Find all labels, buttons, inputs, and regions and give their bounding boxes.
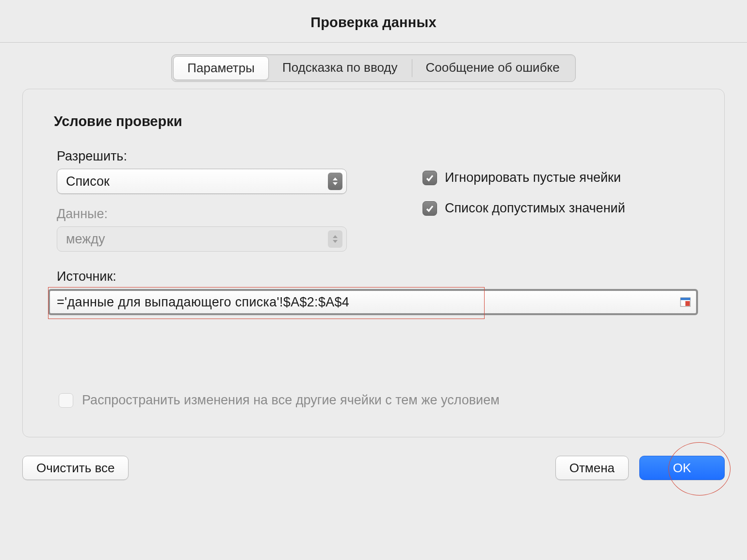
cancel-label: Отмена	[569, 461, 615, 476]
section-title: Условие проверки	[54, 113, 693, 129]
allow-label: Разрешить:	[57, 149, 364, 164]
data-select: между	[57, 226, 347, 252]
updown-icon	[328, 173, 342, 190]
svg-rect-2	[685, 301, 690, 306]
cancel-button[interactable]: Отмена	[555, 456, 629, 480]
ok-label: OK	[673, 461, 691, 476]
allow-select-value: Список	[66, 174, 110, 189]
propagate-checkbox	[59, 393, 73, 408]
source-input[interactable]: ='данные для выпадающего списка'!$A$2:$A…	[48, 289, 698, 315]
tab-input-hint-label: Подсказка по вводу	[282, 60, 398, 75]
propagate-label: Распространить изменения на все другие я…	[82, 393, 500, 408]
svg-rect-1	[681, 298, 690, 300]
clear-all-button[interactable]: Очистить все	[22, 456, 129, 480]
tab-parameters-label: Параметры	[187, 61, 255, 75]
tab-error-message[interactable]: Сообщение об ошибке	[412, 56, 574, 80]
ignore-empty-checkbox[interactable]	[422, 171, 437, 185]
tab-parameters[interactable]: Параметры	[173, 56, 269, 80]
range-picker-icon[interactable]	[680, 297, 691, 307]
tab-input-hint[interactable]: Подсказка по вводу	[269, 56, 412, 80]
source-label: Источник:	[57, 269, 693, 284]
allow-select[interactable]: Список	[57, 169, 347, 194]
window-title: Проверка данных	[0, 0, 747, 43]
ok-button[interactable]: OK	[639, 456, 725, 480]
data-label: Данные:	[57, 207, 364, 222]
panel-parameters: Условие проверки Разрешить: Список Данны…	[22, 89, 725, 437]
tab-bar: Параметры Подсказка по вводу Сообщение о…	[171, 54, 575, 82]
ignore-empty-label: Игнорировать пустые ячейки	[445, 170, 621, 185]
updown-icon	[328, 230, 342, 248]
checkmark-icon	[425, 174, 434, 182]
tab-error-message-label: Сообщение об ошибке	[426, 60, 560, 75]
data-select-value: между	[66, 232, 105, 247]
clear-all-label: Очистить все	[36, 461, 114, 476]
in-cell-dropdown-label: Список допустимых значений	[445, 201, 625, 216]
source-input-value: ='данные для выпадающего списка'!$A$2:$A…	[57, 295, 680, 310]
dialog-data-validation: Проверка данных Параметры Подсказка по в…	[0, 0, 747, 560]
in-cell-dropdown-checkbox[interactable]	[422, 201, 437, 216]
checkmark-icon	[425, 204, 434, 213]
